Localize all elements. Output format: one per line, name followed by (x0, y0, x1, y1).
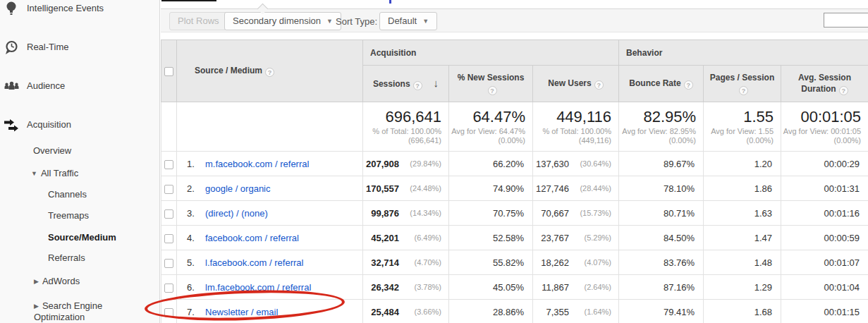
sidebar-item-all-traffic[interactable]: ▼All Traffic (31, 168, 78, 179)
help-icon[interactable]: ? (684, 80, 693, 90)
source-medium-link[interactable]: l.facebook.com / referral (205, 257, 303, 268)
total-note: Avg for View: 82.95% (0.00%) (619, 127, 703, 145)
source-medium-link[interactable]: lm.facebook.com / referral (205, 282, 311, 293)
sessions-cell: 170,557(24.48%) (363, 176, 449, 201)
sessions-cell: 32,714(4.70%) (363, 250, 449, 275)
cropped-content-artifact (161, 0, 216, 1)
new-users-share: (5.29%) (569, 233, 611, 242)
pages-session-cell: 1.47 (704, 226, 781, 250)
plot-rows-button[interactable]: Plot Rows (169, 12, 228, 30)
help-icon[interactable]: ? (265, 68, 274, 77)
sidebar-item-treemaps[interactable]: Treemaps (48, 210, 89, 221)
column-header-sessions[interactable]: Sessions?↓ (363, 66, 449, 102)
column-header-pct-new-sessions[interactable]: % New Sessions? (449, 66, 533, 102)
source-medium-link[interactable]: google / organic (205, 183, 271, 194)
new-users-share: (2.64%) (569, 283, 611, 291)
sessions-share: (4.70%) (399, 258, 441, 267)
source-medium-link[interactable]: Newsletter / email (205, 307, 278, 317)
sidebar-item-label: Source/Medium (48, 232, 116, 243)
sessions-cell: 45,201(6.49%) (363, 226, 449, 250)
help-icon[interactable]: ? (594, 80, 604, 90)
row-checkbox-cell (161, 201, 177, 226)
pages-session-cell: 1.48 (704, 250, 781, 275)
sidebar-item-channels[interactable]: Channels (48, 189, 87, 200)
sessions-value: 170,557 (366, 183, 399, 194)
totals-avg-session-duration: 00:01:05Avg for View: 00:01:05 (0.00%) (781, 102, 868, 152)
select-all-checkbox[interactable] (164, 67, 173, 76)
row-checkbox-cell (161, 226, 177, 250)
avg-session-duration-cell: 00:01:16 (781, 201, 868, 226)
new-users-value: 70,667 (541, 208, 569, 219)
source-cell: 4.facebook.com / referral (177, 226, 363, 250)
sort-type-label: Sort Type: (336, 16, 377, 27)
column-header-source-medium[interactable]: Source / Medium? (177, 40, 363, 102)
row-checkbox[interactable] (164, 209, 173, 219)
totals-row: 696,641% of Total: 100.00% (696,641) 64.… (161, 102, 868, 152)
total-note: Avg for View: 1.55 (0.00%) (704, 127, 781, 145)
sessions-value: 25,484 (371, 307, 399, 317)
column-header-pages-session[interactable]: Pages / Session? (704, 66, 781, 102)
secondary-dimension-dropdown[interactable]: Secondary dimension▼ (224, 12, 341, 30)
sessions-share: (3.66%) (399, 307, 441, 316)
plot-rows-label: Plot Rows (178, 16, 219, 26)
group-header-behavior: Behavior (619, 40, 868, 66)
bounce-rate-cell: 87.16% (619, 275, 704, 300)
sidebar-item-audience[interactable]: Audience (27, 80, 65, 91)
table-row: 1.m.facebook.com / referral 207,908(29.8… (161, 152, 868, 176)
sidebar-item-referrals[interactable]: Referrals (48, 252, 85, 263)
pct-new-sessions-cell: 28.86% (449, 300, 533, 323)
avg-session-duration-cell: 00:01:07 (781, 250, 868, 275)
help-icon[interactable]: ? (413, 81, 422, 90)
new-users-cell: 127,746(28.44%) (533, 176, 619, 201)
help-icon[interactable]: ? (739, 86, 748, 95)
new-users-value: 11,867 (542, 282, 569, 293)
sidebar-item-search-engine-optimization[interactable]: ▶Search Engine Optimization (34, 300, 126, 322)
row-rank: 6. (187, 282, 205, 293)
sidebar-item-source-medium[interactable]: Source/Medium (48, 232, 116, 243)
sidebar-item-acquisition[interactable]: Acquisition (27, 119, 71, 130)
source-medium-link[interactable]: (direct) / (none) (205, 208, 268, 219)
totals-pct-new-sessions: 64.47%Avg for View: 64.47% (0.00%) (449, 102, 533, 152)
totals-new-users: 449,116% of Total: 100.00% (449,116) (533, 102, 619, 152)
row-rank: 1. (187, 159, 205, 169)
sidebar-item-overview[interactable]: Overview (33, 145, 71, 156)
pct-new-sessions-cell: 70.75% (449, 201, 533, 226)
row-checkbox[interactable] (164, 185, 173, 194)
sidebar-item-real-time[interactable]: Real-Time (27, 42, 68, 52)
row-checkbox[interactable] (164, 160, 173, 169)
row-checkbox[interactable] (164, 308, 173, 317)
row-checkbox[interactable] (164, 284, 173, 293)
sidebar-nav: Intelligence Events Real-Time Audience A… (0, 0, 160, 323)
source-medium-link[interactable]: m.facebook.com / referral (205, 159, 309, 169)
search-input[interactable] (824, 13, 868, 28)
total-value: 449,116 (533, 109, 618, 126)
sort-type-dropdown[interactable]: Default▼ (379, 12, 437, 30)
table-row: 4.facebook.com / referral 45,201(6.49%) … (161, 226, 868, 250)
help-icon[interactable]: ? (488, 86, 497, 95)
column-header-bounce-rate[interactable]: Bounce Rate? (619, 66, 704, 102)
column-header-avg-session-duration[interactable]: Avg. Session Duration? (781, 66, 868, 102)
select-all-cell (161, 40, 177, 102)
sidebar-item-label: AdWords (42, 276, 80, 286)
sessions-share: (24.48%) (399, 184, 441, 193)
row-checkbox[interactable] (164, 234, 173, 243)
help-icon[interactable]: ? (839, 86, 848, 95)
acquisition-arrows-icon (4, 117, 20, 134)
row-checkbox[interactable] (164, 259, 173, 268)
sidebar-item-label: Overview (33, 145, 71, 156)
sidebar-item-intelligence-events[interactable]: Intelligence Events (27, 3, 104, 13)
sessions-value: 32,714 (371, 257, 399, 268)
source-medium-link[interactable]: facebook.com / referral (205, 233, 299, 243)
column-label: Sessions (373, 79, 410, 89)
new-users-cell: 70,667(15.73%) (533, 201, 619, 226)
column-header-new-users[interactable]: New Users? (533, 66, 619, 102)
sessions-value: 207,908 (366, 159, 399, 169)
sidebar-item-label: Treemaps (48, 210, 89, 221)
sidebar-item-label: Channels (48, 189, 87, 200)
avg-session-duration-cell: 00:01:04 (781, 275, 868, 300)
lightbulb-icon (4, 1, 20, 18)
avg-session-duration-cell: 00:01:15 (781, 300, 868, 323)
new-users-share: (1.64%) (569, 307, 611, 316)
total-note: Avg for View: 64.47% (0.00%) (449, 127, 532, 145)
sidebar-item-adwords[interactable]: ▶AdWords (34, 276, 80, 287)
